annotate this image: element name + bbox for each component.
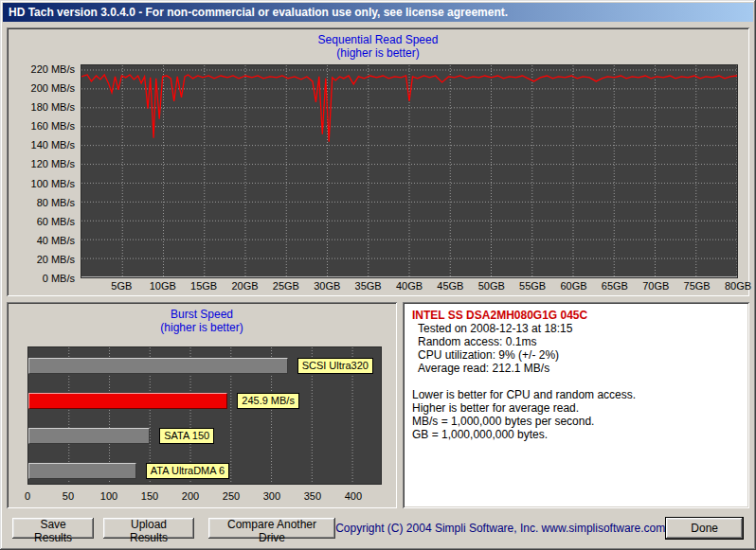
read-y-tick-label: 40 MB/s bbox=[37, 235, 75, 246]
read-y-tick-label: 120 MB/s bbox=[31, 158, 75, 169]
burst-speed-panel: Burst Speed (higher is better) SCSI Ultr… bbox=[7, 302, 397, 508]
burst-bar bbox=[28, 358, 288, 374]
read-x-tick-label: 10GB bbox=[150, 280, 176, 292]
burst-chart-subtitle: (higher is better) bbox=[7, 321, 397, 334]
drive-note-line: Higher is better for average read. bbox=[412, 401, 740, 415]
read-y-tick-label: 0 MB/s bbox=[43, 273, 75, 284]
drive-note-line: MB/s = 1,000,000 bytes per second. bbox=[412, 415, 740, 428]
burst-x-tick-label: 400 bbox=[345, 490, 362, 502]
button-row: Save Results Upload Results Compare Anot… bbox=[7, 517, 749, 540]
copyright-text: Copyright (C) 2004 Simpli Software, Inc.… bbox=[335, 522, 665, 535]
read-y-tick-label: 20 MB/s bbox=[37, 254, 75, 265]
read-x-tick-label: 30GB bbox=[314, 280, 340, 292]
read-y-tick-label: 100 MB/s bbox=[31, 178, 75, 189]
burst-x-tick-label: 200 bbox=[182, 490, 199, 502]
drive-note-line: Lower is better for CPU and random acces… bbox=[412, 388, 740, 401]
burst-x-axis-labels: 050100150200250300350400 bbox=[27, 488, 382, 502]
read-x-tick-label: 60GB bbox=[560, 280, 586, 292]
burst-x-tick-label: 350 bbox=[304, 490, 321, 502]
drive-notes: Lower is better for CPU and random acces… bbox=[412, 388, 740, 441]
read-chart-subtitle: (higher is better) bbox=[7, 46, 749, 60]
read-x-axis-labels: 5GB10GB15GB20GB25GB30GB35GB40GB45GB50GB5… bbox=[81, 278, 738, 293]
read-x-tick-label: 80GB bbox=[725, 280, 751, 292]
read-y-tick-label: 220 MB/s bbox=[31, 63, 75, 75]
read-x-tick-label: 40GB bbox=[396, 280, 423, 292]
compare-another-drive-button[interactable]: Compare Another Drive bbox=[208, 518, 335, 539]
burst-x-tick-label: 250 bbox=[223, 490, 240, 502]
drive-stat-line: Average read: 212.1 MB/s bbox=[412, 362, 740, 375]
upload-results-button[interactable]: Upload Results bbox=[103, 518, 194, 539]
read-x-tick-label: 45GB bbox=[437, 280, 463, 292]
done-button[interactable]: Done bbox=[665, 517, 744, 540]
read-x-tick-label: 5GB bbox=[111, 280, 132, 292]
burst-plot-area: SCSI Ultra320245.9 MB/sSATA 150ATA Ultra… bbox=[27, 346, 382, 485]
read-x-tick-label: 35GB bbox=[355, 280, 382, 292]
burst-x-tick-label: 300 bbox=[263, 490, 280, 502]
burst-x-tick-label: 50 bbox=[63, 490, 74, 502]
burst-bar bbox=[28, 393, 227, 409]
read-x-tick-label: 70GB bbox=[642, 280, 669, 292]
burst-bar-label: ATA UltraDMA 6 bbox=[146, 463, 229, 479]
burst-x-tick-label: 150 bbox=[141, 490, 158, 502]
save-results-button[interactable]: Save Results bbox=[12, 518, 94, 539]
sequential-read-panel: Sequential Read Speed (higher is better)… bbox=[7, 27, 749, 296]
read-x-tick-label: 65GB bbox=[602, 280, 628, 292]
drive-stat-line: CPU utilization: 9% (+/- 2%) bbox=[412, 348, 740, 362]
read-y-tick-label: 200 MB/s bbox=[31, 82, 75, 94]
drive-stat-line: Tested on 2008-12-13 at 18:15 bbox=[412, 322, 740, 335]
read-x-tick-label: 50GB bbox=[478, 280, 505, 292]
title-bar[interactable]: HD Tach version 3.0.4.0 - For non-commer… bbox=[3, 3, 753, 22]
drive-stat-line: Random access: 0.1ms bbox=[412, 335, 740, 348]
burst-bar bbox=[28, 463, 136, 479]
burst-bar-label: 245.9 MB/s bbox=[237, 393, 299, 409]
drive-info-panel: INTEL SS DSA2MH080G1G 045C Tested on 200… bbox=[403, 302, 749, 508]
burst-bar-label: SATA 150 bbox=[159, 428, 214, 444]
read-y-tick-label: 80 MB/s bbox=[37, 197, 75, 208]
drive-name: INTEL SS DSA2MH080G1G 045C bbox=[412, 309, 740, 322]
burst-bar bbox=[28, 428, 150, 444]
drive-stats: Tested on 2008-12-13 at 18:15Random acce… bbox=[412, 322, 740, 375]
drive-note-line: GB = 1,000,000,000 bytes. bbox=[412, 428, 740, 441]
hd-tach-window: HD Tach version 3.0.4.0 - For non-commer… bbox=[0, 0, 756, 550]
read-x-tick-label: 15GB bbox=[190, 280, 217, 292]
burst-x-tick-label: 100 bbox=[100, 490, 117, 502]
read-y-axis-labels: 220 MB/s200 MB/s180 MB/s160 MB/s140 MB/s… bbox=[7, 64, 81, 278]
read-y-tick-label: 60 MB/s bbox=[37, 216, 75, 227]
read-plot-area bbox=[81, 64, 738, 278]
read-x-tick-label: 75GB bbox=[684, 280, 711, 292]
read-x-tick-label: 20GB bbox=[231, 280, 258, 292]
window-title: HD Tach version 3.0.4.0 - For non-commer… bbox=[9, 6, 508, 19]
burst-chart-title: Burst Speed bbox=[7, 308, 397, 321]
read-y-tick-label: 180 MB/s bbox=[31, 101, 75, 113]
read-y-tick-label: 140 MB/s bbox=[31, 139, 75, 151]
read-x-tick-label: 55GB bbox=[519, 280, 546, 292]
burst-x-tick-label: 0 bbox=[25, 490, 30, 502]
window-content: Sequential Read Speed (higher is better)… bbox=[3, 22, 753, 540]
read-y-tick-label: 160 MB/s bbox=[31, 120, 75, 132]
read-chart: 220 MB/s200 MB/s180 MB/s160 MB/s140 MB/s… bbox=[7, 64, 749, 293]
burst-bar-label: SCSI Ultra320 bbox=[297, 358, 373, 374]
read-chart-title: Sequential Read Speed bbox=[7, 33, 749, 46]
read-plot-svg bbox=[81, 65, 737, 277]
read-x-tick-label: 25GB bbox=[273, 280, 299, 292]
